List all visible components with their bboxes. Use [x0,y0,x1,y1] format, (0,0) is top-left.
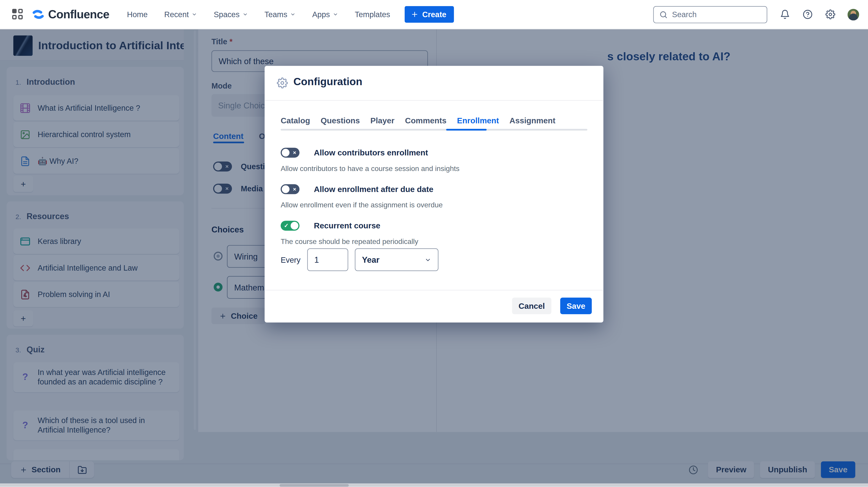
bottom-toolbar: Section Preview Unpublish Save [0,463,868,483]
tab-questions[interactable]: Questions [320,116,360,125]
preview-button[interactable]: Preview [708,461,754,478]
tab-player[interactable]: Player [370,116,395,125]
title-field-label: Title* [212,37,232,46]
contributors-enrollment-toggle[interactable]: × [281,148,300,158]
media-toggle[interactable]: × [213,184,232,194]
add-choice-button[interactable]: Choice [212,307,266,324]
primary-nav: Home Recent Spaces Teams Apps Templates [127,10,390,19]
question-mark-icon: ? [20,420,31,431]
nav-item-teams[interactable]: Teams [265,10,296,19]
active-tab-underline [213,142,244,143]
setting-description: Allow contributors to have a course sess… [281,164,460,172]
divider [265,290,603,290]
tab-enrollment[interactable]: Enrollment [457,116,499,125]
tab-catalog[interactable]: Catalog [281,116,310,125]
folder-import-icon [78,465,87,474]
section-number: 2. [16,213,21,221]
publish-controls: Preview Unpublish Save [689,461,855,478]
search-icon [659,10,668,19]
nav-item-apps[interactable]: Apps [312,10,338,19]
browser-window-icon [20,236,31,247]
configuration-modal: Configuration Catalog Questions Player C… [265,66,603,322]
document-icon [20,156,31,166]
list-item[interactable]: ? In what year was Artificial intelligen… [13,362,180,392]
setting-row: × Allow enrollment after due date [281,184,434,194]
section-title: Quiz [27,345,45,354]
add-item-button[interactable]: + [13,176,33,192]
sidebar-gutter [184,29,197,432]
tab-assignment[interactable]: Assignment [509,116,555,125]
modal-tabs: Catalog Questions Player Comments Enroll… [281,116,555,125]
confluence-logo-icon [32,8,44,21]
list-item[interactable]: Artificial Intelligence and Law [13,255,180,281]
choice-radio-selected[interactable] [214,283,222,291]
chevron-down-icon [333,11,338,17]
section-panel-resources: 2.Resources Keras library Artificial Int… [6,201,184,328]
settings-gear-icon[interactable] [825,9,835,20]
unit-select[interactable]: Year [355,249,438,271]
add-item-button[interactable]: + [13,311,33,326]
confluence-app: Confluence Home Recent Spaces Teams Apps… [0,0,868,487]
unpublish-button[interactable]: Unpublish [760,461,815,478]
cancel-button[interactable]: Cancel [512,298,551,314]
tabs-track [281,129,587,130]
user-avatar[interactable] [847,8,859,20]
search-input[interactable]: Search [653,6,767,23]
setting-description: Allow enrollment even if the assignment … [281,201,443,209]
required-asterisk: * [229,37,232,46]
notifications-bell-icon[interactable] [780,9,790,20]
tab-comments[interactable]: Comments [405,116,447,125]
chevron-down-icon [192,11,197,17]
create-button[interactable]: Create [405,6,454,23]
nav-right-controls: Search [653,6,859,23]
media-toggle-row: × Media [213,184,263,194]
section-panel-introduction: 1.Introduction What is Artificial Intell… [6,67,184,195]
question-mark-icon: ? [20,372,31,383]
import-section-button[interactable] [69,461,94,478]
setting-row: ✓ Recurrent course [281,221,380,231]
sidebar-scrollbar[interactable] [194,31,196,430]
list-item[interactable]: Keras library [13,228,180,254]
confluence-logo-text: Confluence [48,8,109,21]
horizontal-scrollbar-thumb[interactable] [280,484,349,487]
plus-icon [20,466,27,473]
plus-icon [410,11,418,18]
list-item[interactable]: What is Artificial Intelligence ? [13,95,180,121]
active-tab-underline [446,129,487,130]
choice-radio-unselected[interactable] [214,252,222,260]
interval-input[interactable] [307,249,348,271]
search-placeholder: Search [672,10,697,19]
list-item[interactable]: 🤖 Why AI? [13,148,180,174]
clock-icon[interactable] [689,465,699,474]
horizontal-scrollbar-track[interactable] [0,483,868,487]
help-icon[interactable] [803,9,813,20]
top-navigation: Confluence Home Recent Spaces Teams Apps… [0,0,868,29]
list-item[interactable]: Hierarchical control system [13,122,180,147]
save-button[interactable]: Save [560,298,592,314]
add-section-group: Section [11,461,94,478]
nav-item-home[interactable]: Home [127,10,148,19]
nav-item-spaces[interactable]: Spaces [214,10,248,19]
app-switcher-icon[interactable] [12,9,23,20]
tab-content[interactable]: Content [213,132,243,140]
divider [265,100,603,100]
nav-item-templates[interactable]: Templates [355,10,390,19]
add-section-button[interactable]: Section [11,461,69,478]
list-item[interactable]: Problem solving in AI [13,282,180,307]
plus-icon [219,312,226,319]
choices-heading: Choices [212,225,244,234]
gear-icon [277,77,288,89]
section-title: Resources [27,212,69,221]
mode-field-label: Mode [212,81,232,90]
save-page-button[interactable]: Save [821,461,855,478]
enrollment-after-due-date-toggle[interactable]: × [281,184,300,194]
recurrent-course-toggle[interactable]: ✓ [281,221,300,231]
section-number: 3. [16,346,21,354]
list-item[interactable]: ? Which of these is a tool used in Artif… [13,411,180,440]
confluence-logo[interactable]: Confluence [32,8,109,21]
recurrence-controls: Every Year [281,249,438,271]
question-toggle[interactable]: × [213,162,232,171]
nav-item-recent[interactable]: Recent [164,10,197,19]
chevron-down-icon [290,11,296,17]
list-item[interactable] [13,449,180,460]
